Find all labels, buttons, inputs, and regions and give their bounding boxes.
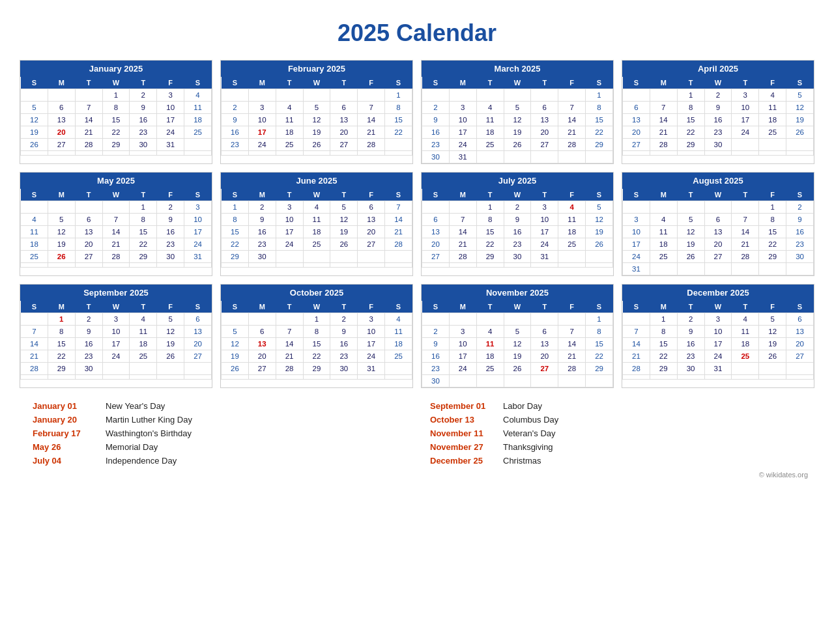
holiday-name: Martin Luther King Day bbox=[106, 415, 192, 425]
calendar-day: 16 bbox=[75, 338, 102, 350]
calendar-day: 15 bbox=[102, 114, 130, 126]
calendar-day bbox=[759, 263, 786, 275]
calendar-day: 27 bbox=[531, 363, 558, 375]
calendar-day bbox=[677, 151, 704, 156]
calendar-day: 20 bbox=[330, 126, 358, 139]
holiday-date: November 27 bbox=[430, 442, 495, 452]
calendar-day: 21 bbox=[102, 238, 130, 251]
holiday-row: January 01New Year's Day bbox=[33, 401, 417, 411]
calendar-day bbox=[303, 151, 330, 156]
calendar-day: 17 bbox=[358, 338, 385, 350]
calendar-day: 6 bbox=[358, 201, 385, 214]
calendar-day: 18 bbox=[21, 238, 48, 251]
month-6: June 2025SMTWTFS123456789101112131415161… bbox=[220, 172, 413, 276]
calendar-day bbox=[130, 363, 157, 375]
holiday-date: September 01 bbox=[430, 401, 495, 411]
calendar-day: 24 bbox=[531, 238, 558, 251]
calendar-day: 17 bbox=[449, 350, 476, 363]
calendar-day bbox=[222, 89, 249, 102]
calendar-day: 28 bbox=[358, 139, 385, 151]
calendar-day bbox=[358, 151, 385, 156]
calendar-day: 27 bbox=[75, 251, 102, 263]
calendar-day: 2 bbox=[504, 201, 531, 214]
month-8: August 2025SMTWTFS1234567891011121314151… bbox=[622, 172, 814, 276]
holiday-name: Independence Day bbox=[106, 456, 177, 466]
calendar-day: 27 bbox=[786, 350, 814, 363]
calendar-day: 13 bbox=[48, 114, 75, 126]
calendar-day: 18 bbox=[759, 114, 786, 126]
calendar-day: 9 bbox=[504, 214, 531, 226]
calendar-day bbox=[422, 313, 450, 326]
calendar-day: 12 bbox=[330, 214, 358, 226]
calendar-day bbox=[786, 263, 814, 275]
calendar-day: 9 bbox=[677, 326, 704, 338]
holiday-date: December 25 bbox=[430, 456, 495, 466]
footer: © wikidates.org bbox=[20, 471, 814, 479]
calendar-day: 22 bbox=[586, 350, 613, 363]
calendar-day: 5 bbox=[303, 102, 330, 114]
calendar-day: 20 bbox=[531, 126, 558, 139]
calendar-day: 2 bbox=[677, 313, 704, 326]
calendar-day: 3 bbox=[157, 89, 184, 102]
calendar-day bbox=[476, 89, 504, 102]
calendar-day: 28 bbox=[276, 363, 303, 375]
calendar-day: 1 bbox=[303, 313, 330, 326]
month-3: March 2025SMTWTFS12345678910111213141516… bbox=[421, 60, 614, 164]
calendar-day: 2 bbox=[422, 102, 450, 114]
holiday-date: January 20 bbox=[33, 415, 98, 425]
calendar-day: 27 bbox=[531, 139, 558, 151]
calendar-day bbox=[704, 151, 732, 156]
calendar-day bbox=[558, 89, 586, 102]
calendar-day bbox=[504, 89, 531, 102]
calendar-day: 5 bbox=[330, 201, 358, 214]
calendar-day: 22 bbox=[677, 126, 704, 139]
calendar-day: 16 bbox=[677, 338, 704, 350]
calendar-day: 12 bbox=[786, 102, 814, 114]
calendar-day: 29 bbox=[130, 251, 157, 263]
calendar-day: 25 bbox=[303, 238, 330, 251]
calendar-day bbox=[449, 263, 476, 268]
calendar-day: 13 bbox=[184, 326, 212, 338]
calendar-day: 29 bbox=[759, 251, 786, 263]
calendar-day: 11 bbox=[21, 226, 48, 238]
calendar-day: 2 bbox=[222, 102, 249, 114]
calendar-day: 10 bbox=[276, 214, 303, 226]
calendar-day: 17 bbox=[276, 226, 303, 238]
calendar-day bbox=[184, 139, 212, 151]
calendar-day bbox=[449, 89, 476, 102]
calendar-day: 22 bbox=[650, 350, 677, 363]
month-2: February 2025SMTWTFS12345678910111213141… bbox=[220, 60, 413, 164]
calendar-day: 28 bbox=[75, 139, 102, 151]
calendar-day: 30 bbox=[157, 251, 184, 263]
calendar-day: 10 bbox=[449, 338, 476, 350]
calendar-day bbox=[330, 89, 358, 102]
calendar-day: 6 bbox=[75, 214, 102, 226]
calendar-day: 20 bbox=[75, 238, 102, 251]
calendar-day: 31 bbox=[358, 363, 385, 375]
calendar-day: 7 bbox=[21, 326, 48, 338]
calendar-day: 30 bbox=[422, 151, 450, 163]
calendar-day bbox=[558, 151, 586, 163]
calendar-day bbox=[330, 263, 358, 268]
holiday-name: Christmas bbox=[503, 456, 541, 466]
calendar-day bbox=[303, 89, 330, 102]
calendar-day: 15 bbox=[650, 338, 677, 350]
calendar-day bbox=[586, 263, 613, 268]
calendar-day bbox=[21, 89, 48, 102]
calendar-day: 26 bbox=[504, 139, 531, 151]
calendar-day: 2 bbox=[248, 201, 276, 214]
calendar-day: 19 bbox=[303, 126, 330, 139]
calendar-day: 15 bbox=[48, 338, 75, 350]
holiday-name: Thanksgiving bbox=[503, 442, 553, 452]
calendar-day: 8 bbox=[586, 326, 613, 338]
calendar-day: 18 bbox=[732, 338, 759, 350]
calendar-day bbox=[623, 375, 650, 380]
calendar-day: 9 bbox=[422, 338, 450, 350]
month-header-2: February 2025 bbox=[221, 61, 412, 77]
month-header-1: January 2025 bbox=[20, 61, 212, 77]
calendar-day: 19 bbox=[759, 338, 786, 350]
calendar-day: 7 bbox=[623, 326, 650, 338]
calendar-day bbox=[786, 151, 814, 156]
calendar-day: 15 bbox=[476, 226, 504, 238]
calendar-day bbox=[732, 375, 759, 380]
